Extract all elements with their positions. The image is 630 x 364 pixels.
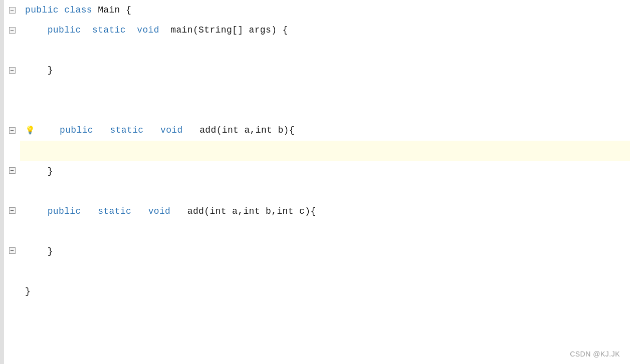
gutter-line-3[interactable]: −	[9, 60, 16, 80]
code-line-8: }	[20, 161, 630, 181]
left-bar	[0, 0, 4, 364]
code-content-8: }	[20, 161, 630, 181]
code-line-1: public static void main(String[] args) {	[20, 20, 630, 40]
code-content-0: public class Main {	[20, 0, 630, 20]
code-line-2	[20, 40, 630, 60]
code-line-14: }	[20, 281, 630, 301]
code-area: public class Main { public static void m…	[20, 0, 630, 364]
fold-marker-10[interactable]: −	[9, 207, 16, 214]
code-line-7	[20, 141, 630, 161]
code-content-12: }	[20, 241, 630, 261]
gutter-line-0[interactable]: −	[9, 0, 16, 20]
bulb-icon-6: 💡	[25, 126, 35, 135]
gutter-line-6[interactable]: −	[9, 120, 16, 140]
gutter-line-8[interactable]: −	[9, 160, 16, 180]
code-line-0: public class Main {	[20, 0, 630, 20]
code-line-11	[20, 221, 630, 241]
code-content-6: 💡 public static void add(int a,int b){	[20, 120, 630, 141]
fold-marker-3[interactable]: −	[9, 67, 16, 74]
code-line-13	[20, 261, 630, 281]
code-line-12: }	[20, 241, 630, 261]
gutter-line-10[interactable]: −	[9, 200, 16, 220]
fold-marker-1[interactable]: −	[9, 27, 16, 34]
code-content-1: public static void main(String[] args) {	[20, 20, 630, 40]
code-content-14: }	[20, 281, 630, 301]
code-line-9	[20, 181, 630, 201]
fold-marker-12[interactable]: −	[9, 247, 16, 254]
gutter-line-12[interactable]: −	[9, 240, 16, 260]
code-content-10: public static void add(int a,int b,int c…	[20, 201, 630, 221]
fold-marker-8[interactable]: −	[9, 167, 16, 174]
fold-marker-0[interactable]: −	[9, 7, 16, 14]
fold-marker-6[interactable]: −	[9, 127, 16, 134]
code-line-6: 💡 public static void add(int a,int b){	[20, 120, 630, 141]
code-line-10: public static void add(int a,int b,int c…	[20, 201, 630, 221]
code-line-4	[20, 80, 630, 100]
code-content-7	[20, 146, 25, 156]
code-line-5	[20, 100, 630, 120]
editor-container: −−−−−−− public class Main { public stati…	[0, 0, 630, 364]
code-content-3: }	[20, 60, 630, 80]
watermark: CSDN @KJ.JK	[570, 350, 620, 358]
code-line-3: }	[20, 60, 630, 80]
gutter-line-1[interactable]: −	[9, 20, 16, 40]
gutter: −−−−−−−	[4, 0, 20, 364]
